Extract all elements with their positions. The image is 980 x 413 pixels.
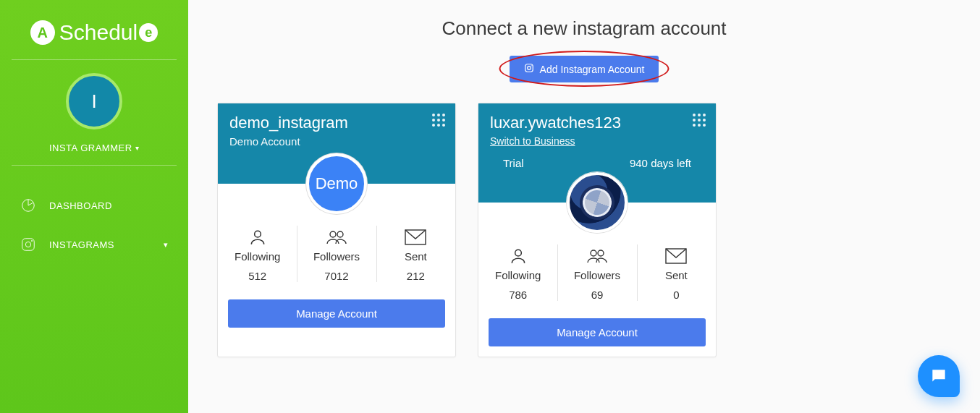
user-icon xyxy=(478,246,557,266)
days-left-badge: 940 days left xyxy=(630,157,691,169)
stat-label: Following xyxy=(478,269,557,281)
add-button-label: Add Instagram Account xyxy=(540,64,645,75)
account-stats: Following 512 Followers 7012 Sent 212 xyxy=(218,218,455,289)
stat-sent: Sent 212 xyxy=(376,218,455,289)
nav-dashboard-label: DASHBOARD xyxy=(49,200,112,211)
manage-account-button[interactable]: Manage Account xyxy=(228,299,445,328)
drag-handle-icon[interactable] xyxy=(432,114,445,127)
svg-point-11 xyxy=(515,250,521,256)
account-card: luxar.ywatches123 Switch to Business Tri… xyxy=(478,103,717,357)
svg-point-2 xyxy=(25,242,30,247)
sidebar-divider xyxy=(12,165,177,166)
stat-sent: Sent 0 xyxy=(637,237,716,308)
switch-to-business-link[interactable]: Switch to Business xyxy=(490,135,704,147)
watch-photo-icon xyxy=(575,181,619,224)
chevron-down-icon: ▾ xyxy=(164,240,169,250)
stat-value: 0 xyxy=(637,289,716,301)
stat-value: 512 xyxy=(218,270,297,282)
instagram-icon xyxy=(524,63,534,75)
stat-followers: Followers 69 xyxy=(557,237,636,308)
account-avatar[interactable]: Demo xyxy=(306,153,367,214)
trial-badge: Trial xyxy=(503,157,524,169)
svg-point-12 xyxy=(591,250,596,256)
svg-rect-4 xyxy=(525,64,533,72)
stat-following: Following 786 xyxy=(478,237,557,308)
nav-dashboard[interactable]: DASHBOARD xyxy=(0,186,188,225)
main-content: Connect a new instagram account Add Inst… xyxy=(188,0,980,413)
avatar[interactable]: I xyxy=(66,73,122,129)
chat-fab[interactable] xyxy=(918,355,960,397)
svg-point-6 xyxy=(531,65,531,66)
users-icon xyxy=(297,227,376,247)
account-stats: Following 786 Followers 69 Sent 0 xyxy=(478,237,716,308)
account-card-header: demo_instagram Demo Account Demo xyxy=(218,103,455,184)
stat-label: Following xyxy=(218,250,297,263)
stat-value: 786 xyxy=(478,289,557,301)
account-username: demo_instagram xyxy=(229,114,444,132)
svg-point-8 xyxy=(330,231,336,237)
card-footer: Manage Account xyxy=(478,308,716,357)
brand-logo: A Schedul e xyxy=(0,0,188,59)
stat-value: 7012 xyxy=(297,270,376,282)
card-footer: Manage Account xyxy=(218,289,455,338)
svg-point-3 xyxy=(31,240,33,242)
user-display-name: INSTA GRAMMER xyxy=(49,142,132,153)
user-block: I INSTA GRAMMER ▾ xyxy=(0,73,188,165)
svg-point-7 xyxy=(254,231,261,237)
users-icon xyxy=(557,246,636,266)
add-account-row: Add Instagram Account xyxy=(217,56,951,82)
envelope-icon xyxy=(637,246,716,266)
account-badges: Trial 940 days left xyxy=(490,157,704,169)
caret-down-icon: ▾ xyxy=(135,144,140,152)
sidebar-nav: DASHBOARD INSTAGRAMS ▾ xyxy=(0,186,188,264)
pie-chart-icon xyxy=(20,197,36,213)
account-username: luxar.ywatches123 xyxy=(490,114,704,132)
page-title: Connect a new instagram account xyxy=(217,17,951,40)
chat-icon xyxy=(929,367,948,386)
logo-e-icon: e xyxy=(139,23,158,42)
account-card: demo_instagram Demo Account Demo Followi… xyxy=(217,103,456,357)
stat-value: 212 xyxy=(376,270,455,282)
svg-rect-1 xyxy=(22,239,35,251)
stat-following: Following 512 xyxy=(218,218,297,289)
instagram-icon xyxy=(20,237,36,252)
stat-label: Sent xyxy=(637,269,716,281)
user-icon xyxy=(218,227,297,247)
stat-label: Followers xyxy=(297,250,376,263)
brand-name: Schedul xyxy=(59,20,138,45)
svg-point-13 xyxy=(598,250,604,256)
svg-point-5 xyxy=(527,67,531,70)
drag-handle-icon[interactable] xyxy=(693,114,706,127)
stat-value: 69 xyxy=(557,289,636,301)
sidebar-divider xyxy=(12,59,177,60)
add-instagram-account-button[interactable]: Add Instagram Account xyxy=(510,56,659,82)
stat-label: Sent xyxy=(376,250,455,263)
svg-rect-15 xyxy=(935,373,943,375)
logo-badge-icon: A xyxy=(30,20,55,45)
account-card-header: luxar.ywatches123 Switch to Business Tri… xyxy=(478,103,716,203)
stat-label: Followers xyxy=(557,269,636,281)
account-avatar[interactable] xyxy=(567,172,628,233)
svg-rect-16 xyxy=(935,376,940,378)
sidebar: A Schedul e I INSTA GRAMMER ▾ DASHBOARD xyxy=(0,0,188,413)
nav-instagrams[interactable]: INSTAGRAMS ▾ xyxy=(0,225,188,264)
account-cards: demo_instagram Demo Account Demo Followi… xyxy=(217,103,951,357)
svg-point-9 xyxy=(337,231,343,237)
nav-instagrams-label: INSTAGRAMS xyxy=(49,239,114,250)
envelope-icon xyxy=(376,227,455,247)
account-subtitle: Demo Account xyxy=(229,135,444,148)
stat-followers: Followers 7012 xyxy=(297,218,376,289)
user-menu[interactable]: INSTA GRAMMER ▾ xyxy=(49,142,139,153)
manage-account-button[interactable]: Manage Account xyxy=(489,318,706,346)
